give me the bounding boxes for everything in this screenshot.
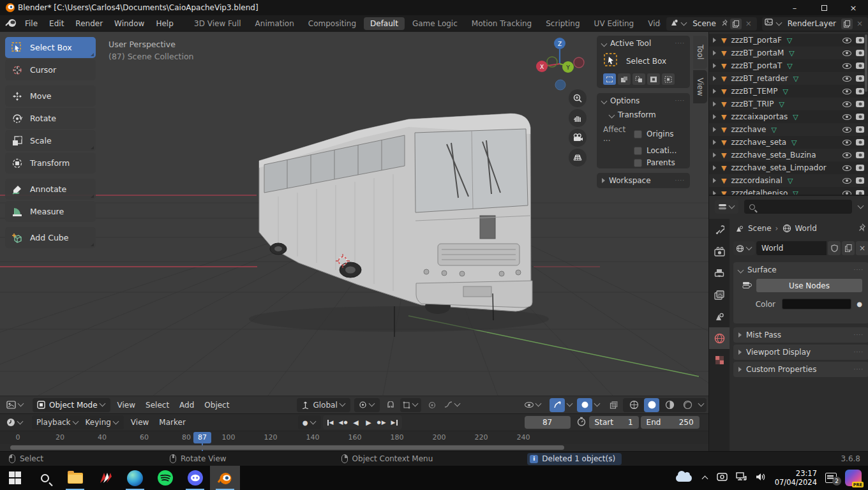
- render-visibility-icon[interactable]: [856, 177, 864, 184]
- menu-edit[interactable]: Edit: [43, 15, 70, 32]
- scene-selector[interactable]: Scene ×: [666, 17, 757, 31]
- pin-icon[interactable]: [721, 19, 729, 29]
- delete-scene-icon[interactable]: ×: [743, 19, 754, 29]
- overlays-toggle[interactable]: [577, 398, 592, 412]
- panel-grip[interactable]: ····: [854, 332, 864, 338]
- tab-texture-properties[interactable]: [709, 349, 730, 371]
- expand-icon[interactable]: [713, 127, 716, 132]
- timeline-marker-menu[interactable]: Marker: [154, 418, 190, 427]
- tool-cursor[interactable]: Cursor: [5, 59, 96, 80]
- tab-tool-properties[interactable]: [709, 219, 730, 241]
- taskbar-file-explorer[interactable]: [60, 466, 90, 490]
- new-view-layer-icon[interactable]: [841, 19, 853, 29]
- hide-eye-icon[interactable]: [842, 152, 851, 158]
- properties-search-input[interactable]: [744, 200, 852, 214]
- tab-scene-properties[interactable]: [709, 306, 730, 327]
- outliner-row[interactable]: ▼zzzBT_TRIP▽: [709, 98, 868, 110]
- taskbar-edge[interactable]: [120, 466, 150, 490]
- outliner-row[interactable]: ▼zzzBT_retarder▽: [709, 72, 868, 85]
- tool-move[interactable]: Move: [5, 85, 96, 107]
- timeline-scrollbar[interactable]: [0, 444, 708, 451]
- workspace-tab-default[interactable]: Default: [364, 17, 405, 30]
- scene-browse-icon[interactable]: [669, 19, 679, 29]
- xray-toggle[interactable]: [606, 398, 621, 412]
- outliner-row[interactable]: ▼zzzcordasinal▽: [709, 174, 868, 187]
- outliner-scrollbar[interactable]: [865, 34, 867, 92]
- render-visibility-icon[interactable]: [856, 139, 864, 145]
- pin-id-icon[interactable]: [858, 223, 866, 234]
- origins-checkbox[interactable]: [634, 130, 642, 138]
- mist-pass-panel[interactable]: Mist Pass····: [733, 327, 868, 343]
- render-visibility-icon[interactable]: [856, 165, 864, 171]
- hide-eye-icon[interactable]: [842, 50, 851, 56]
- hide-eye-icon[interactable]: [842, 127, 851, 133]
- menu-help[interactable]: Help: [150, 15, 179, 32]
- animate-dot-icon[interactable]: ●: [857, 301, 862, 308]
- render-visibility-icon[interactable]: [856, 114, 864, 120]
- play-button[interactable]: ▶: [363, 417, 375, 428]
- render-visibility-icon[interactable]: [856, 152, 864, 158]
- select-mode-subtract-button[interactable]: [632, 73, 645, 85]
- render-visibility-icon[interactable]: [856, 50, 864, 56]
- breadcrumb-world[interactable]: World: [795, 224, 816, 233]
- outliner-row[interactable]: ▼zzzchave_seta▽: [709, 136, 868, 149]
- sidebar-tab-tool[interactable]: Tool: [693, 36, 707, 69]
- proportional-editing-toggle[interactable]: [424, 398, 440, 412]
- tool-add-cube[interactable]: Add Cube: [5, 227, 96, 248]
- timeline-editor-type-button[interactable]: [2, 415, 28, 429]
- render-visibility-icon[interactable]: [856, 126, 864, 133]
- end-frame-field[interactable]: End250: [641, 416, 700, 429]
- menu-window[interactable]: Window: [108, 15, 150, 32]
- outliner-row[interactable]: ▼zzzchave_seta_Limpador: [709, 161, 868, 174]
- auto-keying-button[interactable]: ●: [298, 415, 321, 429]
- minimize-button[interactable]: –: [780, 0, 809, 15]
- snap-settings-dropdown[interactable]: [400, 398, 421, 412]
- tab-render-properties[interactable]: [709, 241, 730, 262]
- timeline-scroll-thumb[interactable]: [10, 445, 564, 450]
- navigation-gizmo[interactable]: Z X Y: [535, 37, 587, 94]
- shading-rendered-button[interactable]: [680, 398, 695, 412]
- shading-solid-button[interactable]: [644, 398, 659, 412]
- taskbar-medal-app[interactable]: [90, 466, 120, 490]
- add-menu[interactable]: Add: [174, 401, 199, 410]
- transform-subheader[interactable]: Transform: [597, 108, 690, 121]
- world-color-swatch[interactable]: [782, 299, 851, 309]
- onedrive-icon[interactable]: [676, 475, 692, 482]
- proportional-falloff-dropdown[interactable]: [442, 398, 463, 412]
- menu-render[interactable]: Render: [70, 15, 108, 32]
- render-visibility-icon[interactable]: [856, 75, 864, 82]
- select-mode-extend-button[interactable]: [618, 73, 631, 85]
- tray-expand-icon[interactable]: [701, 476, 708, 482]
- orthographic-toggle-button[interactable]: [569, 149, 587, 167]
- unlink-datablock-icon[interactable]: ×: [856, 241, 868, 255]
- camera-view-button[interactable]: [569, 129, 587, 147]
- render-visibility-icon[interactable]: [856, 101, 864, 107]
- mode-selector[interactable]: Object Mode: [33, 398, 110, 412]
- 3d-viewport[interactable]: User Perspective (87) Scene Collection S…: [0, 32, 708, 413]
- start-button[interactable]: [0, 466, 30, 490]
- start-frame-field[interactable]: Start1: [589, 416, 639, 429]
- tab-view-layer-properties[interactable]: [709, 284, 730, 306]
- panel-grip[interactable]: ····: [854, 267, 864, 273]
- outliner-row[interactable]: ▼zzzchave▽: [709, 123, 868, 136]
- outliner-row[interactable]: ▼zzzcaixaportas▽: [709, 110, 868, 123]
- notification-center-icon[interactable]: 2: [825, 473, 837, 483]
- outliner-row[interactable]: ▼zzzchave_seta_Buzina: [709, 149, 868, 161]
- editor-type-button[interactable]: [2, 398, 29, 412]
- world-name-field[interactable]: World: [756, 241, 827, 255]
- volume-tray-icon[interactable]: [755, 472, 767, 484]
- expand-icon[interactable]: [713, 101, 716, 107]
- locations-checkbox[interactable]: [634, 147, 642, 155]
- outliner-row[interactable]: ▼zzzBT_TEMP▽: [709, 85, 868, 98]
- view-menu[interactable]: View: [112, 401, 140, 410]
- taskbar-spotify[interactable]: [150, 466, 180, 490]
- active-tool-header[interactable]: Active Tool ····: [597, 36, 690, 51]
- expand-icon[interactable]: [713, 38, 716, 43]
- tool-select-box[interactable]: Select Box: [5, 37, 96, 58]
- use-nodes-button[interactable]: Use Nodes: [756, 279, 862, 292]
- options-header[interactable]: Options ····: [597, 93, 690, 108]
- tool-measure[interactable]: Measure: [5, 201, 96, 222]
- close-button[interactable]: ×: [839, 0, 868, 15]
- snap-toggle[interactable]: [383, 398, 398, 412]
- taskbar-clock[interactable]: 23:17 07/04/2024: [775, 469, 817, 487]
